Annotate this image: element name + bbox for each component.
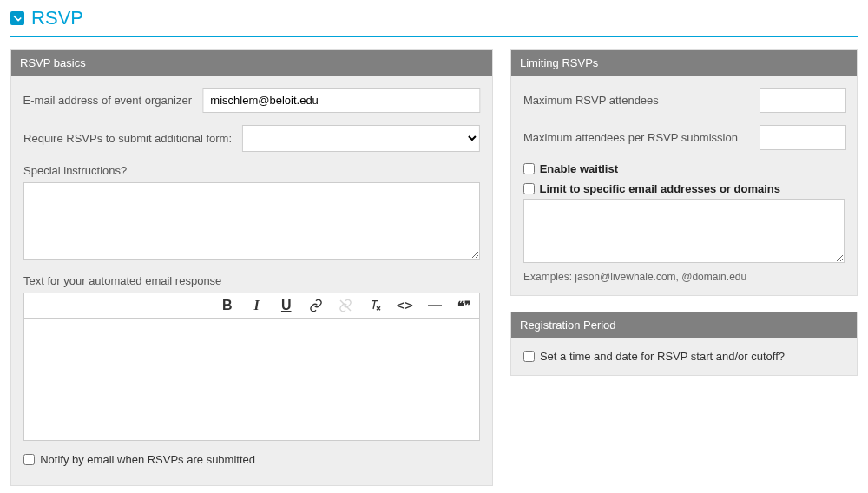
- require-form-label: Require RSVPs to submit additional form:: [23, 132, 232, 145]
- hr-button[interactable]: —: [427, 299, 443, 312]
- automated-email-label: Text for your automated email response: [23, 274, 480, 287]
- require-form-select[interactable]: [242, 125, 480, 152]
- domains-examples: Examples: jason@livewhale.com, @domain.e…: [523, 271, 845, 283]
- organizer-email-input[interactable]: [202, 88, 480, 113]
- enable-waitlist-label: Enable waitlist: [540, 162, 618, 175]
- set-time-checkbox[interactable]: [523, 351, 535, 362]
- registration-period-panel: Registration Period Set a time and date …: [510, 312, 858, 376]
- registration-header: Registration Period: [511, 312, 857, 338]
- notify-label: Notify by email when RSVPs are submitted: [40, 453, 255, 466]
- notify-checkbox[interactable]: [23, 454, 35, 465]
- underline-button[interactable]: U: [279, 299, 294, 312]
- italic-button[interactable]: I: [249, 299, 265, 312]
- special-instructions-label: Special instructions?: [23, 164, 480, 177]
- limit-domains-label: Limit to specific email addresses or dom…: [540, 182, 780, 195]
- organizer-email-label: E-mail address of event organizer: [23, 94, 192, 107]
- set-time-label: Set a time and date for RSVP start and/o…: [540, 350, 785, 363]
- limiting-rsvps-panel: Limiting RSVPs Maximum RSVP attendees Ma…: [510, 49, 858, 296]
- page-title: RSVP: [31, 7, 83, 30]
- bold-button[interactable]: B: [220, 299, 235, 312]
- unlink-button[interactable]: [338, 299, 353, 312]
- max-attendees-input[interactable]: [760, 88, 846, 113]
- limit-domains-checkbox[interactable]: [523, 183, 535, 194]
- link-button[interactable]: [308, 299, 324, 312]
- enable-waitlist-checkbox[interactable]: [523, 163, 535, 174]
- max-per-submission-input[interactable]: [760, 125, 846, 150]
- max-per-submission-label: Maximum attendees per RSVP submission: [523, 131, 749, 144]
- limit-domains-textarea[interactable]: [523, 199, 845, 263]
- email-response-editor: B I U: [23, 293, 480, 441]
- quote-button[interactable]: ❝❞: [457, 299, 472, 312]
- limiting-header: Limiting RSVPs: [511, 50, 857, 76]
- rsvp-enabled-icon[interactable]: [10, 11, 24, 25]
- special-instructions-textarea[interactable]: [23, 182, 480, 260]
- clear-format-button[interactable]: [367, 299, 383, 312]
- embed-button[interactable]: <>: [397, 299, 413, 312]
- email-response-content[interactable]: [24, 319, 479, 440]
- max-attendees-label: Maximum RSVP attendees: [523, 94, 749, 107]
- rsvp-basics-header: RSVP basics: [11, 50, 492, 76]
- rsvp-basics-panel: RSVP basics E-mail address of event orga…: [10, 49, 493, 486]
- header-divider: [10, 36, 858, 37]
